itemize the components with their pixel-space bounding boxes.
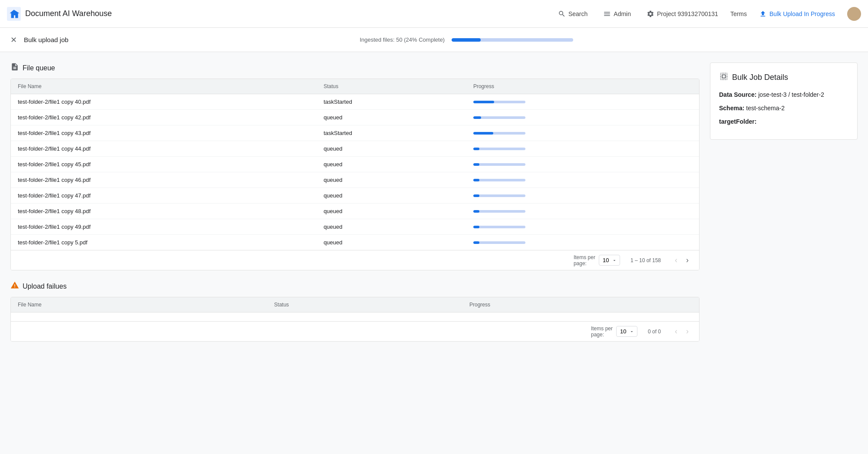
file-queue-title: File queue — [23, 64, 55, 72]
table-progress-bar — [473, 163, 525, 166]
main-layout: File queue File Name Status Progress tes… — [0, 52, 868, 355]
table-progress-fill — [473, 163, 479, 166]
table-progress-fill — [473, 179, 479, 181]
project-label: Project 939132700131 — [657, 10, 718, 17]
file-progress-cell — [466, 235, 699, 250]
failures-col-progress: Progress — [462, 297, 699, 313]
app-logo: Document AI Warehouse — [7, 7, 551, 21]
project-button[interactable]: Project 939132700131 — [643, 7, 722, 20]
failures-next-page-button[interactable]: › — [683, 325, 692, 338]
upload-failures-section: Upload failues File Name Status Progress — [10, 281, 700, 342]
schema-label: Schema: — [719, 105, 744, 112]
file-status-cell: queued — [317, 157, 466, 172]
table-row: test-folder-2/file1 copy 49.pdfqueued — [11, 219, 699, 235]
file-queue-header-row: File Name Status Progress — [11, 79, 699, 94]
failures-col-filename: File Name — [11, 297, 267, 313]
data-source-label: Data Source: — [719, 91, 756, 98]
file-name-cell: test-folder-2/file1 copy 42.pdf — [11, 110, 317, 125]
file-status-cell: queued — [317, 141, 466, 157]
failures-header-row: File Name Status Progress — [11, 297, 699, 313]
progress-section: Ingested files: 50 (24% Complete) — [76, 36, 858, 43]
file-icon — [10, 63, 19, 73]
header-actions: Search Admin Project 939132700131 Terms … — [554, 7, 861, 21]
items-per-page-label: Items per page: — [574, 254, 595, 266]
failures-page-nav: ‹ › — [671, 325, 692, 338]
failures-items-per-page-select[interactable]: 10 25 50 — [616, 326, 637, 337]
upload-failures-title: Upload failues — [23, 283, 66, 290]
file-queue-table: File Name Status Progress test-folder-2/… — [11, 79, 699, 250]
search-button[interactable]: Search — [554, 7, 591, 20]
failures-col-status: Status — [267, 297, 462, 313]
table-progress-fill — [473, 194, 479, 197]
table-progress-bar — [473, 101, 525, 103]
gear-icon — [647, 10, 654, 18]
table-progress-fill — [473, 101, 494, 103]
app-title: Document AI Warehouse — [25, 9, 112, 18]
schema-value: test-schema-2 — [746, 105, 785, 112]
admin-label: Admin — [614, 10, 631, 17]
table-row: test-folder-2/file1 copy 47.pdfqueued — [11, 188, 699, 204]
prev-page-button[interactable]: ‹ — [671, 254, 681, 266]
table-progress-bar — [473, 241, 525, 244]
file-queue-page-info: 1 – 10 of 158 — [630, 257, 661, 263]
file-name-cell: test-folder-2/file1 copy 48.pdf — [11, 204, 317, 219]
file-queue-pagination: Items per page: 10 25 50 1 – 10 of 158 ‹… — [11, 250, 699, 270]
admin-icon — [603, 10, 611, 18]
schema-row: Schema: test-schema-2 — [719, 104, 848, 113]
upload-failures-tbody — [11, 313, 699, 322]
file-progress-cell — [466, 110, 699, 125]
sub-header: ✕ Bulk upload job Ingested files: 50 (24… — [0, 28, 868, 52]
file-progress-cell — [466, 204, 699, 219]
close-button[interactable]: ✕ — [10, 35, 17, 45]
table-row: test-folder-2/file1 copy 46.pdfqueued — [11, 172, 699, 188]
left-panel: File queue File Name Status Progress tes… — [10, 63, 700, 345]
col-progress: Progress — [466, 79, 699, 94]
file-progress-cell — [466, 125, 699, 141]
warning-icon — [10, 281, 19, 292]
bulk-job-details-header: Bulk Job Details — [719, 72, 848, 83]
file-name-cell: test-folder-2/file1 copy 44.pdf — [11, 141, 317, 157]
main-progress-fill — [452, 38, 481, 42]
items-per-page-select[interactable]: 10 25 50 — [599, 255, 620, 266]
table-row: test-folder-2/file1 copy 5.pdfqueued — [11, 235, 699, 250]
table-progress-bar — [473, 116, 525, 119]
table-row: test-folder-2/file1 copy 42.pdfqueued — [11, 110, 699, 125]
target-folder-label: targetFolder: — [719, 118, 756, 125]
table-progress-fill — [473, 241, 479, 244]
upload-failures-section-header: Upload failues — [10, 281, 700, 292]
file-name-cell: test-folder-2/file1 copy 40.pdf — [11, 94, 317, 110]
table-row: test-folder-2/file1 copy 48.pdfqueued — [11, 204, 699, 219]
empty-row — [11, 313, 699, 322]
next-page-button[interactable]: › — [683, 254, 692, 266]
file-name-cell: test-folder-2/file1 copy 5.pdf — [11, 235, 317, 250]
file-status-cell: queued — [317, 204, 466, 219]
file-status-cell: queued — [317, 172, 466, 188]
items-per-page-section: Items per page: 10 25 50 — [574, 254, 620, 266]
bulk-job-details-title: Bulk Job Details — [732, 73, 788, 82]
data-source-row: Data Source: jose-test-3 / test-folder-2 — [719, 90, 848, 99]
terms-link[interactable]: Terms — [730, 10, 747, 17]
bulk-upload-progress-button[interactable]: Bulk Upload In Progress — [756, 7, 838, 20]
table-progress-fill — [473, 116, 481, 119]
avatar[interactable] — [847, 7, 861, 21]
file-progress-cell — [466, 157, 699, 172]
admin-button[interactable]: Admin — [600, 7, 634, 20]
table-row: test-folder-2/file1 copy 44.pdfqueued — [11, 141, 699, 157]
target-folder-row: targetFolder: — [719, 117, 848, 126]
table-progress-fill — [473, 226, 479, 228]
file-status-cell: taskStarted — [317, 94, 466, 110]
file-queue-page-nav: ‹ › — [671, 254, 692, 266]
table-row: test-folder-2/file1 copy 45.pdfqueued — [11, 157, 699, 172]
failures-prev-page-button[interactable]: ‹ — [671, 325, 681, 338]
file-name-cell: test-folder-2/file1 copy 45.pdf — [11, 157, 317, 172]
table-progress-bar — [473, 179, 525, 181]
failures-page-info: 0 of 0 — [648, 329, 661, 335]
file-status-cell: queued — [317, 110, 466, 125]
table-row: test-folder-2/file1 copy 43.pdftaskStart… — [11, 125, 699, 141]
table-progress-fill — [473, 210, 479, 213]
file-progress-cell — [466, 188, 699, 204]
file-queue-tbody: test-folder-2/file1 copy 40.pdftaskStart… — [11, 94, 699, 250]
file-progress-cell — [466, 94, 699, 110]
col-status: Status — [317, 79, 466, 94]
table-progress-bar — [473, 148, 525, 150]
